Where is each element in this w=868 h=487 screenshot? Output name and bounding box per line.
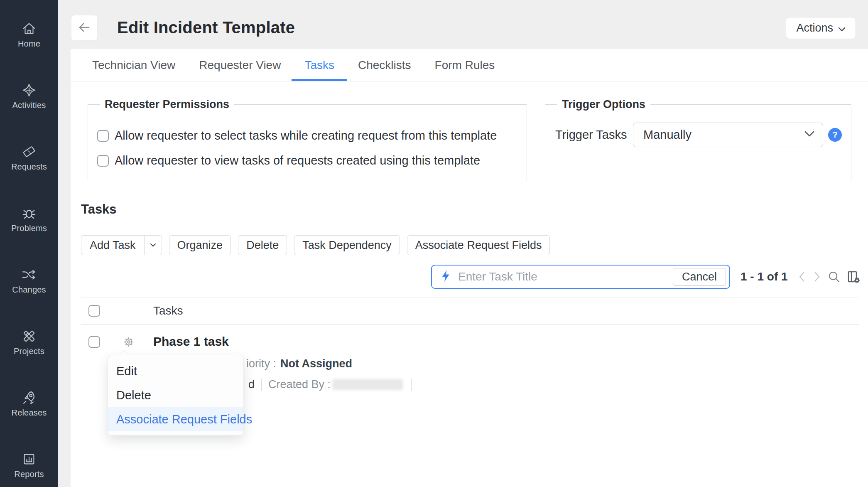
task-dependency-button[interactable]: Task Dependency xyxy=(294,235,400,255)
cancel-button[interactable]: Cancel xyxy=(673,268,726,286)
activities-icon xyxy=(21,82,37,98)
search-icon[interactable] xyxy=(828,271,840,283)
tasks-toolbar: Add Task Organize Delete Task Dependency… xyxy=(81,235,550,255)
meta-fragment: d xyxy=(248,378,255,391)
sidebar-item-label: Problems xyxy=(11,224,47,233)
checkbox[interactable] xyxy=(97,155,109,167)
problems-icon xyxy=(21,205,37,221)
chevron-down-icon xyxy=(838,22,846,34)
app-root: Home Activities Requests xyxy=(0,0,868,487)
lightning-icon xyxy=(441,270,450,284)
meta-divider xyxy=(261,379,262,391)
trigger-tasks-selected-value: Manually xyxy=(643,128,804,142)
task-search-box: Cancel xyxy=(431,265,730,289)
trigger-tasks-select[interactable]: Manually xyxy=(633,123,823,147)
changes-icon xyxy=(21,267,37,283)
sidebar-item-changes[interactable]: Changes xyxy=(0,267,58,295)
sidebar: Home Activities Requests xyxy=(0,0,58,487)
sidebar-item-reports[interactable]: Reports xyxy=(0,451,58,479)
sidebar-item-problems[interactable]: Problems xyxy=(0,205,58,233)
select-all-checkbox[interactable] xyxy=(88,305,100,317)
trigger-options-legend: Trigger Options xyxy=(557,98,650,111)
sidebar-item-label: Requests xyxy=(11,162,47,172)
previous-page-icon[interactable] xyxy=(798,271,806,282)
checkbox[interactable] xyxy=(97,130,109,142)
sidebar-item-label: Activities xyxy=(12,101,46,110)
row-checkbox[interactable] xyxy=(88,336,100,348)
add-task-dropdown-toggle[interactable] xyxy=(144,236,162,255)
fieldset-divider xyxy=(536,99,536,188)
delete-button[interactable]: Delete xyxy=(238,235,287,255)
task-meta-line1: iority : Not Assigned xyxy=(246,357,366,370)
associate-request-fields-button[interactable]: Associate Request Fields xyxy=(407,235,550,255)
trigger-options-fieldset: Trigger Options Trigger Tasks Manually ? xyxy=(545,104,851,181)
meta-value: Not Assigned xyxy=(280,357,352,370)
row-actions-gear[interactable] xyxy=(118,332,139,352)
tab-form-rules[interactable]: Form Rules xyxy=(435,49,495,81)
menu-item-edit[interactable]: Edit xyxy=(108,359,243,383)
actions-button[interactable]: Actions xyxy=(786,17,856,39)
sidebar-item-releases[interactable]: Releases xyxy=(0,390,58,418)
organize-button[interactable]: Organize xyxy=(169,235,231,255)
tab-requester-view[interactable]: Requester View xyxy=(199,49,281,81)
task-table-header: Tasks xyxy=(81,297,859,325)
chevron-down-icon xyxy=(804,131,814,139)
sidebar-item-label: Home xyxy=(18,39,40,49)
tab-checklists[interactable]: Checklists xyxy=(358,49,411,81)
page-title: Edit Incident Template xyxy=(117,18,295,37)
page-header: Edit Incident Template Actions xyxy=(58,0,868,49)
row-context-menu: Edit Delete Associate Request Fields xyxy=(108,355,244,435)
chevron-down-icon xyxy=(150,243,156,247)
home-icon xyxy=(21,21,37,37)
section-divider xyxy=(81,227,859,227)
menu-item-delete[interactable]: Delete xyxy=(108,383,243,407)
projects-icon xyxy=(21,328,37,344)
releases-icon xyxy=(21,390,37,406)
back-button[interactable] xyxy=(71,15,98,41)
sidebar-item-home[interactable]: Home xyxy=(0,21,58,49)
sidebar-item-label: Projects xyxy=(14,347,44,356)
pagination: 1 - 1 of 1 xyxy=(740,266,860,288)
sidebar-item-projects[interactable]: Projects xyxy=(0,328,58,356)
tab-bar: Technician View Requester View Tasks Che… xyxy=(71,49,868,81)
content-card: Technician View Requester View Tasks Che… xyxy=(71,49,868,487)
meta-divider xyxy=(359,358,359,370)
task-title-input[interactable] xyxy=(457,270,673,284)
redacted-value xyxy=(332,379,403,390)
task-meta-line2: d Created By : xyxy=(248,378,418,391)
permission-option-select-tasks[interactable]: Allow requester to select tasks while cr… xyxy=(97,129,497,143)
sidebar-item-activities[interactable]: Activities xyxy=(0,82,58,110)
column-settings-icon[interactable] xyxy=(847,270,860,283)
menu-item-associate-request-fields[interactable]: Associate Request Fields xyxy=(108,407,243,431)
tab-tasks[interactable]: Tasks xyxy=(304,49,334,81)
meta-divider xyxy=(411,379,412,391)
next-page-icon[interactable] xyxy=(813,271,821,282)
actions-button-label: Actions xyxy=(796,22,833,34)
add-task-button[interactable]: Add Task xyxy=(81,235,162,255)
main-area: Edit Incident Template Actions Technicia… xyxy=(58,0,868,487)
meta-label: iority : xyxy=(246,357,276,370)
task-title[interactable]: Phase 1 task xyxy=(153,335,229,349)
sidebar-item-label: Changes xyxy=(12,285,46,295)
task-table-header-label: Tasks xyxy=(153,304,183,317)
sidebar-item-label: Releases xyxy=(12,408,47,418)
reports-icon xyxy=(21,451,37,467)
requester-permissions-fieldset: Requester Permissions Allow requester to… xyxy=(88,104,527,181)
permission-option-view-tasks[interactable]: Allow requester to view tasks of request… xyxy=(97,154,480,167)
trigger-tasks-label: Trigger Tasks xyxy=(555,128,627,142)
checkbox-label: Allow requester to select tasks while cr… xyxy=(115,129,497,143)
pagination-range: 1 - 1 of 1 xyxy=(740,270,788,283)
requests-icon xyxy=(21,144,37,160)
add-task-label: Add Task xyxy=(81,236,144,255)
checkbox-label: Allow requester to view tasks of request… xyxy=(115,154,480,167)
sidebar-item-label: Reports xyxy=(14,470,44,479)
gear-icon xyxy=(123,336,135,348)
tab-technician-view[interactable]: Technician View xyxy=(92,49,175,81)
help-icon[interactable]: ? xyxy=(828,128,842,142)
meta-label: Created By : xyxy=(268,378,331,391)
requester-permissions-legend: Requester Permissions xyxy=(100,98,234,111)
sidebar-item-requests[interactable]: Requests xyxy=(0,144,58,172)
back-arrow-icon xyxy=(77,21,91,35)
tasks-section-heading: Tasks xyxy=(81,202,117,217)
